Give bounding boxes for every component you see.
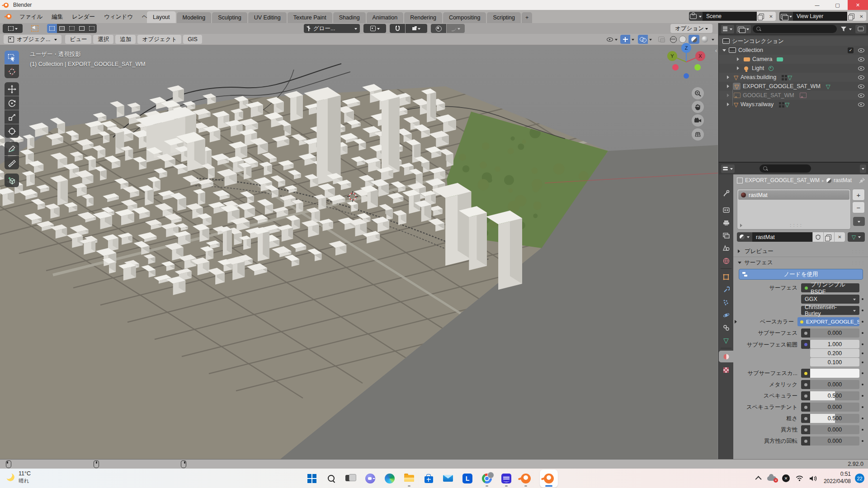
gizmo-z-neg[interactable] <box>684 73 689 79</box>
start-button[interactable] <box>307 469 317 488</box>
menu-view[interactable]: ビュー <box>65 35 91 44</box>
snap-toggle[interactable] <box>390 24 405 33</box>
roughness-field[interactable]: 0.500 <box>810 414 859 423</box>
tool-cursor[interactable] <box>5 65 19 78</box>
region-collapse-arrow[interactable] <box>715 47 717 54</box>
outliner-row-light[interactable]: Light <box>719 64 868 73</box>
animate-dot[interactable] <box>859 395 866 397</box>
snap-target-dropdown[interactable] <box>406 24 427 33</box>
resize-grip[interactable]: : : : : <box>744 223 848 228</box>
scene-unlink-button[interactable] <box>766 12 776 21</box>
chrome-button[interactable] <box>481 469 492 488</box>
tab-rendering[interactable]: Rendering <box>404 12 442 23</box>
notification-badge[interactable]: 22 <box>855 474 864 483</box>
hide-eye-icon[interactable] <box>858 56 865 62</box>
menu-window[interactable]: ウィンドウ <box>100 12 137 21</box>
subsurface-method-dropdown[interactable]: Christensen-Burley <box>801 306 859 315</box>
add-workspace-button[interactable]: + <box>522 12 532 23</box>
tab-constraints[interactable] <box>719 322 733 333</box>
tool-scale[interactable] <box>5 110 19 124</box>
transform-orientation-dropdown[interactable]: グロー... <box>304 24 360 33</box>
menu-edit[interactable]: 編集 <box>47 12 67 21</box>
breadcrumb-material[interactable]: rastMat <box>834 177 852 183</box>
overlays-dropdown[interactable] <box>648 35 654 44</box>
xray-toggle[interactable] <box>656 37 666 42</box>
viewport-scene[interactable] <box>0 45 718 459</box>
zoom-button[interactable] <box>692 87 704 99</box>
tab-tool[interactable] <box>719 187 733 199</box>
unlink-material-button[interactable] <box>834 232 845 242</box>
outliner-row-export-google-sat-wm[interactable]: EXPORT_GOOGLE_SAT_WM <box>719 82 868 91</box>
animate-dot[interactable] <box>859 372 866 374</box>
animate-dot[interactable] <box>859 321 866 323</box>
tab-texture-paint[interactable]: Texture Paint <box>288 12 332 23</box>
expand-arrow-icon[interactable] <box>722 49 726 53</box>
select-mode-intersect[interactable] <box>87 24 97 33</box>
animate-dot[interactable] <box>859 358 866 366</box>
menu-add[interactable]: 追加 <box>115 35 136 44</box>
menu-select[interactable]: 選択 <box>93 35 113 44</box>
breadcrumb-object[interactable]: EXPORT_GOOGLE_SAT_WM <box>745 177 820 183</box>
specular-tint-field[interactable]: 0.000 <box>810 403 859 412</box>
edge-button[interactable] <box>384 469 395 488</box>
material-slot-row[interactable]: rastMat <box>738 190 849 200</box>
file-explorer-button[interactable] <box>404 469 415 488</box>
pin-icon[interactable] <box>859 178 865 183</box>
animate-dot[interactable] <box>859 384 866 385</box>
anisotropic-rotation-field[interactable]: 0.000 <box>810 436 859 446</box>
outliner-row-scene-collection[interactable]: シーンコレクション <box>719 37 868 46</box>
teams-chat-button[interactable] <box>365 469 376 488</box>
onedrive-error-icon[interactable] <box>767 476 776 481</box>
blender-taskbar-button[interactable] <box>520 469 531 488</box>
tool-add-cube[interactable] <box>5 174 19 187</box>
subsurface-color-swatch[interactable] <box>810 369 859 378</box>
visibility-dropdown[interactable] <box>607 36 618 42</box>
outliner-row-collection[interactable]: Collection <box>719 46 868 55</box>
tool-annotate[interactable] <box>5 142 19 155</box>
anisotropic-field[interactable]: 0.000 <box>810 425 859 434</box>
editor-type-dropdown[interactable] <box>721 25 734 33</box>
material-slot-list[interactable]: rastMat : : : : <box>737 189 851 230</box>
material-name-field[interactable]: rastMat <box>752 232 812 242</box>
tab-object[interactable] <box>719 271 733 283</box>
tab-shading[interactable]: Shading <box>333 12 366 23</box>
view-layer-remove-button[interactable] <box>857 12 866 21</box>
properties-search-input[interactable] <box>760 164 811 173</box>
animate-dot[interactable] <box>859 429 866 431</box>
hide-eye-icon[interactable] <box>858 74 865 80</box>
tab-scripting[interactable]: Scripting <box>487 12 521 23</box>
tab-material[interactable] <box>719 351 733 362</box>
animate-dot[interactable] <box>859 298 866 300</box>
remove-slot-button[interactable]: − <box>852 202 865 213</box>
scene-name-field[interactable]: Scene <box>703 12 757 21</box>
select-mode-new[interactable] <box>47 24 57 33</box>
hide-eye-icon[interactable] <box>858 101 865 108</box>
specular-field[interactable]: 0.500 <box>810 391 859 400</box>
tab-uv-editing[interactable]: UV Editing <box>248 12 287 23</box>
tab-compositing[interactable]: Compositing <box>443 12 486 23</box>
animate-dot[interactable] <box>859 418 866 419</box>
hide-eye-icon[interactable] <box>858 47 865 53</box>
tool-measure[interactable] <box>5 156 19 169</box>
tab-physics[interactable] <box>719 309 733 321</box>
mode-dropdown[interactable]: オブジェク... <box>4 35 61 44</box>
active-tool-dropdown[interactable] <box>3 24 23 33</box>
radius-z-field[interactable]: 0.100 <box>810 358 859 366</box>
tweak-fallback-tool[interactable] <box>29 25 41 32</box>
blender-active-window-button[interactable] <box>540 469 558 488</box>
tab-modifiers[interactable] <box>719 284 733 296</box>
viewport-3d[interactable]: オブジェク... ビュー 選択 追加 オブジェクト GIS <box>0 34 718 459</box>
scene-copy-button[interactable] <box>757 12 766 21</box>
pivot-point-dropdown[interactable] <box>363 24 386 33</box>
distribution-dropdown[interactable]: GGX <box>801 295 859 304</box>
animate-dot[interactable] <box>859 406 866 408</box>
search-button[interactable] <box>326 469 337 488</box>
collection-checkbox[interactable] <box>848 47 854 53</box>
close-button[interactable] <box>848 0 868 10</box>
mail-button[interactable] <box>443 469 453 488</box>
tab-object-data[interactable] <box>719 334 733 346</box>
animate-dot[interactable] <box>859 349 866 357</box>
tab-sculpting[interactable]: Sculpting <box>212 12 247 23</box>
base-color-field[interactable]: EXPORT_GOOGLE_SAT_... <box>797 317 859 326</box>
wifi-icon[interactable] <box>796 475 803 481</box>
